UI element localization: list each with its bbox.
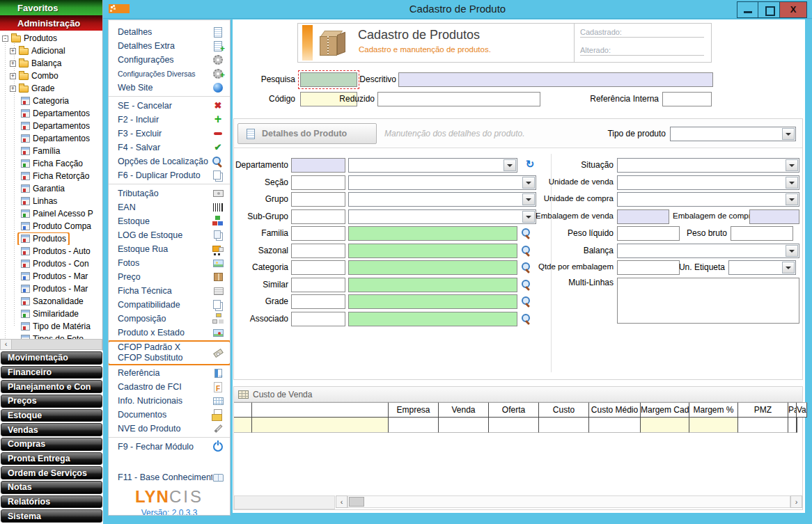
menu-item[interactable]: Cadastro de FCI bbox=[109, 380, 230, 394]
expand-icon[interactable]: + bbox=[10, 48, 16, 54]
menu-item[interactable]: SE - Cancelar bbox=[109, 99, 230, 113]
tree-item[interactable]: Produtos bbox=[0, 232, 103, 245]
tree-item[interactable]: Tipos de Foto bbox=[0, 333, 103, 339]
tree-item[interactable]: Categoria bbox=[0, 95, 103, 107]
menu-item[interactable]: Opções de Localização bbox=[109, 154, 230, 168]
minimize-button[interactable] bbox=[737, 1, 758, 18]
scroll-right-icon[interactable] bbox=[790, 495, 802, 508]
tree-item[interactable]: Similaridade bbox=[0, 308, 103, 320]
tab-detalhes-do-produto[interactable]: Detalhes do Produto bbox=[237, 123, 377, 144]
tree-item[interactable]: Produtos - Mar bbox=[0, 283, 103, 295]
similar-code-input[interactable] bbox=[291, 278, 345, 292]
expand-icon[interactable]: + bbox=[10, 61, 16, 67]
expand-icon[interactable]: + bbox=[10, 73, 16, 79]
nav-module-button[interactable]: Notas bbox=[1, 481, 102, 494]
tipo-produto-select[interactable] bbox=[670, 127, 796, 141]
unidade-venda-select[interactable] bbox=[617, 175, 799, 190]
tree-item[interactable]: Departamentos bbox=[0, 120, 103, 132]
grupo-select[interactable] bbox=[348, 192, 536, 207]
tree-item[interactable]: Produtos - Mar bbox=[0, 270, 103, 283]
scroll-left-icon[interactable] bbox=[1, 340, 12, 349]
menu-item[interactable]: Configurações bbox=[109, 53, 230, 67]
nav-module-button[interactable]: Estoque bbox=[1, 409, 102, 422]
nav-module-button[interactable]: Vendas bbox=[1, 423, 102, 436]
tree-folder[interactable]: + Combo bbox=[0, 70, 103, 82]
sub-grupo-select[interactable] bbox=[348, 209, 536, 224]
menu-item[interactable]: Preço bbox=[109, 270, 230, 284]
grade-code-input[interactable] bbox=[291, 294, 345, 309]
table-cell[interactable] bbox=[589, 418, 641, 433]
menu-item[interactable]: F9 - Fechar Módulo bbox=[109, 440, 230, 454]
menu-item[interactable]: Produto x Estado bbox=[109, 326, 230, 340]
un-etiqueta-select[interactable] bbox=[728, 260, 796, 275]
menu-item[interactable]: F6 - Duplicar Produto bbox=[109, 168, 230, 184]
maximize-button[interactable] bbox=[758, 1, 780, 18]
nav-module-button[interactable]: Financeiro bbox=[1, 366, 102, 379]
peso-bruto-input[interactable] bbox=[731, 226, 793, 241]
sazonal-code-input[interactable] bbox=[291, 244, 345, 258]
menu-item[interactable]: Composição bbox=[109, 312, 230, 326]
nav-module-button[interactable]: Relatórios bbox=[1, 495, 102, 509]
situacao-select[interactable] bbox=[617, 158, 799, 173]
tree-item[interactable]: Família bbox=[0, 145, 103, 157]
table-cell[interactable] bbox=[641, 418, 689, 433]
scroll-left-icon[interactable] bbox=[336, 495, 348, 508]
menu-item[interactable]: F3 - Excluir bbox=[109, 127, 230, 141]
associado-code-input[interactable] bbox=[291, 312, 345, 326]
table-cell[interactable] bbox=[252, 418, 389, 433]
secao-select[interactable] bbox=[348, 175, 536, 190]
menu-item[interactable]: CFOP Padrão X CFOP Substituto bbox=[109, 342, 230, 364]
menu-item[interactable]: Web Site bbox=[109, 81, 230, 97]
menu-item[interactable]: Estoque Rua bbox=[109, 242, 230, 256]
expand-icon[interactable]: + bbox=[10, 86, 16, 92]
tree-folder[interactable]: + Grade bbox=[0, 82, 103, 95]
menu-item[interactable]: F4 - Salvar bbox=[109, 141, 230, 154]
cost-table-row[interactable] bbox=[234, 418, 797, 433]
table-cell[interactable] bbox=[489, 418, 539, 433]
table-cell[interactable] bbox=[234, 418, 252, 433]
menu-item[interactable]: EAN bbox=[109, 200, 230, 214]
menu-item[interactable]: Info. Nutricionais bbox=[109, 394, 230, 408]
tree-item[interactable]: Departamentos bbox=[0, 132, 103, 145]
search-icon[interactable] bbox=[521, 296, 532, 307]
menu-item[interactable]: Estoque bbox=[109, 214, 230, 228]
tree-item[interactable]: Painel Acesso P bbox=[0, 207, 103, 220]
tree-folder[interactable]: + Adicional bbox=[0, 45, 103, 57]
menu-item[interactable]: Compatibilidade bbox=[109, 298, 230, 312]
sub-grupo-code-input[interactable] bbox=[291, 209, 345, 224]
menu-item[interactable]: Detalhes bbox=[109, 25, 230, 39]
collapse-icon[interactable]: - bbox=[2, 35, 8, 42]
embalagem-venda-input[interactable] bbox=[617, 209, 669, 224]
menu-item[interactable]: Ficha Técnica bbox=[109, 284, 230, 298]
referencia-interna-input[interactable] bbox=[662, 92, 712, 106]
nav-module-button[interactable]: Compras bbox=[1, 438, 102, 451]
departamento-code-input[interactable] bbox=[291, 158, 345, 173]
nav-module-button[interactable]: Pronta Entrega bbox=[1, 452, 102, 466]
table-cell[interactable] bbox=[539, 418, 589, 433]
multi-linhas-textarea[interactable] bbox=[617, 278, 799, 324]
sidebar-section-favoritos[interactable]: Favoritos bbox=[0, 0, 102, 15]
peso-liquido-input[interactable] bbox=[617, 226, 680, 241]
nav-module-button[interactable]: Movimentação bbox=[1, 351, 102, 365]
secao-code-input[interactable] bbox=[291, 175, 345, 190]
tree-item[interactable]: Garantia bbox=[0, 182, 103, 195]
menu-item[interactable]: NVE do Produto bbox=[109, 422, 230, 438]
menu-item[interactable]: F2 - Incluir bbox=[109, 113, 230, 127]
menu-item[interactable]: Referência bbox=[109, 366, 230, 380]
table-cell[interactable] bbox=[797, 418, 797, 433]
search-icon[interactable] bbox=[521, 313, 532, 324]
table-cell[interactable] bbox=[788, 418, 797, 433]
table-cell[interactable] bbox=[689, 418, 738, 433]
tree-item[interactable]: Produtos - Auto bbox=[0, 245, 103, 257]
menu-item[interactable]: Tributação bbox=[109, 186, 230, 200]
grupo-code-input[interactable] bbox=[291, 192, 345, 207]
menu-item[interactable]: Detalhes Extra bbox=[109, 39, 230, 53]
scrollbar-thumb[interactable] bbox=[349, 497, 364, 507]
tree-folder[interactable]: + Balança bbox=[0, 57, 103, 70]
menu-item[interactable]: F11 - Base Conhecimento bbox=[109, 470, 230, 484]
tree-item[interactable]: Ficha Retorção bbox=[0, 170, 103, 182]
tree-item[interactable]: Departamentos bbox=[0, 107, 103, 120]
scrollbar-track[interactable] bbox=[348, 495, 790, 508]
tree-item[interactable]: Linhas bbox=[0, 195, 103, 207]
tree-item-produtos-root[interactable]: - Produtos bbox=[0, 32, 103, 45]
